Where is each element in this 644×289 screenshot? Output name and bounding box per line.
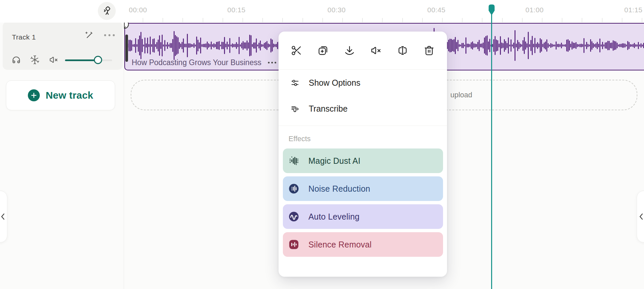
ruler-label: 00:00 [129, 6, 147, 14]
volume-slider-fill [65, 59, 98, 61]
effects-list: Magic Dust AI Noise Reduction [283, 148, 443, 257]
trash-icon [423, 45, 435, 56]
ruler-label: 01:15 [624, 6, 642, 14]
menu-item-label: Transcribe [309, 104, 348, 114]
sliders-icon [290, 78, 299, 87]
effects-section-label: Effects [289, 135, 447, 143]
ruler-label: 00:45 [427, 6, 445, 14]
clip-context-menu: Show Options Transcribe Effects [279, 32, 447, 277]
menu-action-row [279, 32, 447, 70]
effect-noise-reduction[interactable]: Noise Reduction [283, 176, 443, 201]
download-button[interactable] [344, 45, 355, 56]
right-collapse-tab[interactable] [637, 191, 644, 242]
track-title: Track 1 [12, 33, 36, 41]
dropzone-text: upload [450, 91, 472, 99]
effect-magic-dust-ai[interactable]: Magic Dust AI [283, 148, 443, 173]
volume-mute-icon [370, 45, 382, 56]
magic-dust-icon [288, 155, 300, 167]
ruler-ticks [125, 18, 644, 23]
transcribe-icon [290, 104, 299, 113]
silence-removal-icon [288, 239, 300, 250]
mute-button[interactable] [370, 45, 382, 56]
noise-reduction-icon [288, 183, 300, 195]
menu-item-show-options[interactable]: Show Options [279, 70, 447, 96]
clip-caption: How Podcasting Grows Your Business [132, 58, 278, 67]
chevron-left-icon [1, 213, 5, 220]
effect-label: Auto Leveling [308, 212, 359, 222]
cut-button[interactable] [290, 45, 302, 56]
plus-icon [28, 89, 40, 101]
clip-label: How Podcasting Grows Your Business [132, 58, 261, 67]
track-more-button[interactable] [101, 32, 118, 39]
mic-icon [102, 6, 112, 16]
copy-plus-icon [317, 45, 329, 56]
effect-label: Silence Removal [308, 240, 372, 249]
effect-label: Magic Dust AI [308, 156, 360, 166]
top-bar: 00:0000:1500:3000:4501:0001:15 [0, 0, 644, 23]
playhead-marker[interactable] [487, 4, 496, 17]
menu-divider [279, 126, 447, 126]
ruler-label: 01:00 [525, 6, 544, 14]
download-icon [344, 45, 355, 56]
left-collapse-tab[interactable] [0, 191, 7, 242]
menu-item-label: Show Options [309, 78, 360, 88]
track-sidebar: Track 1 [0, 23, 124, 289]
clip-trim-handle[interactable] [125, 35, 128, 62]
effect-silence-removal[interactable]: Silence Removal [283, 232, 443, 257]
new-track-label: New track [46, 90, 94, 101]
chevron-left-icon [639, 213, 643, 220]
menu-item-transcribe[interactable]: Transcribe [279, 96, 447, 122]
effect-auto-leveling[interactable]: Auto Leveling [283, 204, 443, 229]
split-icon [397, 45, 409, 56]
freeze-icon[interactable] [30, 55, 40, 65]
clip-more-button[interactable] [267, 60, 278, 65]
scissors-icon [290, 45, 302, 56]
track-mute-icon[interactable] [48, 55, 59, 65]
track-header-card: Track 1 [3, 22, 123, 70]
split-button[interactable] [397, 45, 409, 56]
magic-mic-button[interactable] [98, 2, 116, 20]
ruler-label: 00:15 [227, 6, 245, 14]
duplicate-button[interactable] [317, 45, 329, 56]
new-track-button[interactable]: New track [6, 80, 115, 110]
delete-button[interactable] [423, 45, 435, 56]
magic-wand-icon[interactable] [84, 30, 94, 41]
auto-leveling-icon [288, 211, 300, 223]
effect-label: Noise Reduction [308, 184, 370, 194]
headphones-icon[interactable] [11, 55, 21, 65]
volume-slider-knob[interactable] [94, 56, 102, 64]
ruler-label: 00:30 [327, 6, 346, 14]
volume-slider[interactable] [65, 56, 115, 64]
